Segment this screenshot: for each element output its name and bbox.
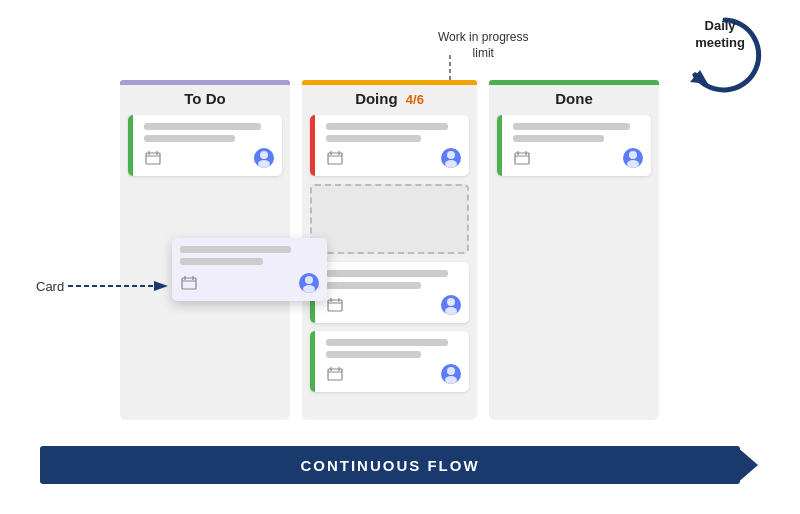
todo-header: To Do	[128, 80, 282, 115]
svg-point-25	[447, 367, 455, 375]
card-line	[326, 270, 448, 277]
svg-marker-0	[690, 70, 708, 84]
svg-point-37	[305, 276, 313, 284]
svg-point-19	[447, 298, 455, 306]
card-content	[144, 123, 274, 168]
card-ghost	[310, 184, 469, 254]
card-line	[513, 123, 630, 130]
svg-marker-40	[154, 281, 168, 291]
card-footer	[326, 364, 461, 384]
dragged-card	[172, 238, 327, 301]
svg-point-13	[447, 151, 455, 159]
todo-card-1	[128, 115, 282, 176]
avatar	[441, 295, 461, 315]
doing-card-2	[310, 262, 469, 323]
flow-arrow	[736, 446, 758, 484]
svg-rect-21	[328, 369, 342, 380]
card-annotation: Card	[36, 278, 168, 294]
avatar	[299, 273, 319, 293]
card-line	[326, 123, 448, 130]
svg-point-8	[258, 160, 270, 168]
done-header: Done	[497, 80, 651, 115]
calendar-icon	[326, 366, 344, 382]
svg-point-20	[445, 307, 457, 315]
svg-rect-15	[328, 300, 342, 311]
svg-rect-3	[146, 153, 160, 164]
card-line	[144, 135, 235, 142]
flow-bar: CONTINUOUS FLOW	[40, 446, 740, 484]
svg-point-38	[303, 285, 315, 293]
card-footer	[513, 148, 643, 168]
column-done: Done	[489, 80, 659, 420]
card-content	[326, 123, 461, 168]
doing-card-3	[310, 331, 469, 392]
kanban-diagram: Daily meeting Work in progress limit To …	[0, 0, 800, 514]
card-line	[144, 123, 261, 130]
calendar-icon	[144, 150, 162, 166]
avatar	[441, 148, 461, 168]
svg-point-7	[260, 151, 268, 159]
svg-rect-27	[515, 153, 529, 164]
svg-point-31	[629, 151, 637, 159]
card-footer	[326, 295, 461, 315]
card-content	[326, 339, 461, 384]
svg-point-32	[627, 160, 639, 168]
card-accent-green	[310, 331, 315, 392]
card-line	[326, 282, 421, 289]
card-line	[513, 135, 604, 142]
avatar	[623, 148, 643, 168]
calendar-icon	[326, 150, 344, 166]
calendar-icon	[513, 150, 531, 166]
card-content	[513, 123, 643, 168]
card-line	[326, 135, 421, 142]
svg-point-26	[445, 376, 457, 384]
card-arrow	[68, 278, 168, 294]
avatar	[441, 364, 461, 384]
svg-rect-33	[182, 278, 196, 289]
svg-point-14	[445, 160, 457, 168]
card-content	[326, 270, 461, 315]
doing-card-1	[310, 115, 469, 176]
daily-meeting-label: Daily meeting	[695, 18, 745, 52]
column-doing: Doing 4/6	[302, 80, 477, 420]
svg-rect-9	[328, 153, 342, 164]
card-line	[326, 339, 448, 346]
calendar-icon	[326, 297, 344, 313]
card-footer	[326, 148, 461, 168]
card-accent-green	[128, 115, 133, 176]
card-label-text: Card	[36, 279, 64, 294]
doing-header: Doing 4/6	[310, 80, 469, 115]
wip-counter: 4/6	[406, 92, 424, 107]
card-accent-red	[310, 115, 315, 176]
flow-bar-label: CONTINUOUS FLOW	[300, 457, 479, 474]
card-accent-green	[497, 115, 502, 176]
card-footer	[144, 148, 274, 168]
calendar-icon	[180, 275, 198, 291]
card-line	[326, 351, 421, 358]
avatar	[254, 148, 274, 168]
done-card-1	[497, 115, 651, 176]
